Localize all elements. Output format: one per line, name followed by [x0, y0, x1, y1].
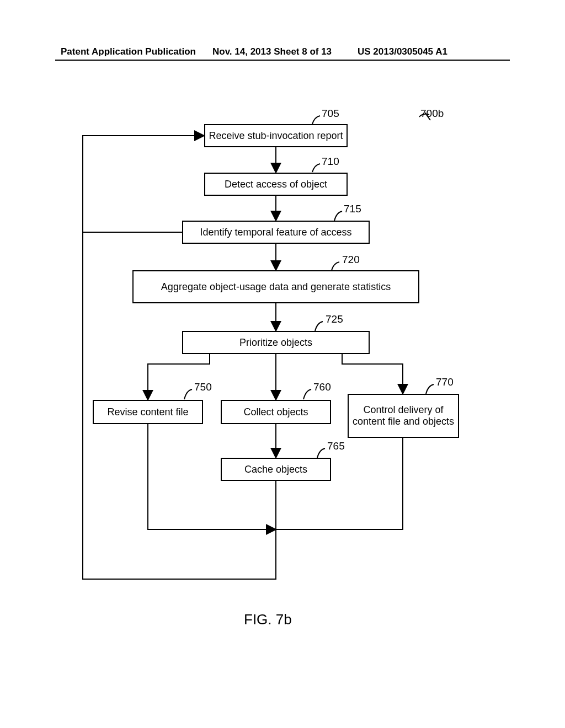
ref-diagram: 700b: [420, 108, 444, 120]
header-pubnumber: US 2013/0305045 A1: [358, 46, 447, 57]
node-aggregate-stats: Aggregate object-usage data and generate…: [132, 270, 419, 303]
ref-710: 710: [322, 156, 339, 168]
ref-750: 750: [194, 381, 212, 393]
node-identify-temporal: Identify temporal feature of access: [182, 221, 370, 244]
node-revise-content: Revise content file: [93, 400, 203, 424]
figure-label: FIG. 7b: [244, 611, 292, 628]
ref-715: 715: [344, 203, 361, 215]
node-receive-stub: Receive stub-invocation report: [204, 124, 348, 147]
page: Patent Application Publication Nov. 14, …: [0, 0, 565, 728]
node-detect-access: Detect access of object: [204, 173, 348, 196]
header-rule: [55, 60, 510, 61]
ref-720: 720: [342, 254, 360, 266]
node-prioritize: Prioritize objects: [182, 331, 370, 354]
node-control-delivery: Control delivery of content file and obj…: [348, 394, 459, 438]
ref-760: 760: [313, 381, 331, 393]
ref-765: 765: [327, 440, 345, 452]
header-publication: Patent Application Publication: [61, 46, 196, 57]
node-collect-objects: Collect objects: [221, 400, 331, 424]
ref-725: 725: [326, 313, 343, 325]
ref-770: 770: [436, 376, 454, 388]
node-cache-objects: Cache objects: [221, 458, 331, 481]
header-date-sheet: Nov. 14, 2013 Sheet 8 of 13: [212, 46, 332, 57]
ref-705: 705: [322, 108, 339, 120]
